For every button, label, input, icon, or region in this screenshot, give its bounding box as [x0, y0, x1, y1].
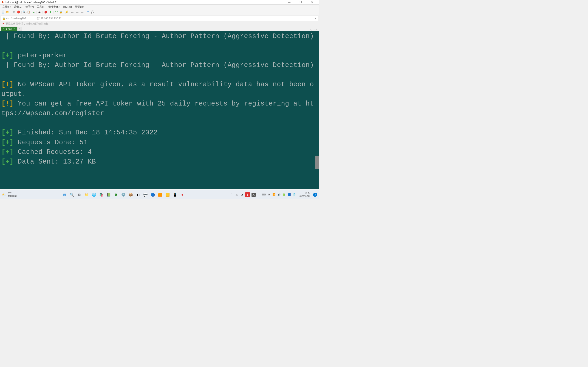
app1-icon[interactable]: 📗 [105, 192, 112, 198]
address-bar[interactable]: 🔒 ssh://xushang705:**********@192.168.23… [1, 16, 318, 21]
tray-extra1-icon[interactable]: 🟦 [287, 193, 291, 197]
tray-extra2-icon[interactable]: 👕 [292, 193, 296, 197]
taskview-icon[interactable]: ⧉ [76, 192, 82, 198]
copy-icon[interactable]: 📋 [27, 10, 31, 14]
menu-view[interactable]: 查看(V) [24, 5, 35, 9]
xshell-taskbar-icon[interactable]: ● [179, 192, 185, 198]
separator: | [36, 10, 37, 14]
tray-app-icon[interactable]: ◑ [240, 193, 244, 197]
tab-next-icon[interactable]: ▷ [313, 28, 315, 31]
minimize-button[interactable]: — [285, 1, 293, 4]
terminal-scrollbar[interactable] [315, 156, 319, 169]
ime-sogou-icon[interactable]: S [245, 192, 250, 197]
plus-marker: [+] [1, 148, 14, 156]
onedrive-icon[interactable]: ☁ [235, 193, 239, 197]
separator: | [85, 10, 86, 14]
menu-window[interactable]: 窗口(W) [61, 5, 73, 9]
vmware-icon[interactable]: 📦 [128, 192, 134, 198]
terminal-line: peter-parker [14, 52, 67, 59]
maximize-button[interactable]: ☐ [296, 1, 305, 4]
open-icon[interactable]: 📂 [6, 10, 10, 14]
search-taskbar-icon[interactable]: 🔍 [69, 192, 75, 198]
terminal-line: Data Sent: 13.27 KB [14, 158, 96, 166]
new-tab-button[interactable]: + [17, 27, 22, 31]
toolbar: 📄 📂 | ⟳ ⛔ | 🔍 📋 ● | A | ⬤ ⬍ | ⛶ 🔒 | 🔑 | … [0, 9, 319, 15]
separator: | [53, 10, 54, 14]
app2-icon[interactable]: 🟧 [157, 192, 163, 198]
session-tab-bar: ● 1 kali × + ◁ ▷ ▾ [0, 26, 319, 31]
hint-text: 要添加当前会话，点击左侧的箭头按钮。 [6, 22, 51, 25]
font-icon[interactable]: A [38, 10, 42, 14]
terminal-line: No WPScan API Token given, as a result v… [1, 81, 314, 98]
tab-prev-icon[interactable]: ◁ [310, 28, 312, 31]
lock-icon[interactable]: 🔒 [59, 10, 63, 14]
store-icon[interactable]: 🛍️ [98, 192, 104, 198]
color-icon[interactable]: ● [32, 10, 36, 14]
layout2-icon[interactable]: ▭ [75, 10, 79, 14]
menu-tools[interactable]: 工具(T) [36, 5, 47, 9]
chrome-icon[interactable]: 🔵 [149, 192, 156, 198]
layout3-icon[interactable]: ▭ [80, 10, 84, 14]
bookmark-flag-icon[interactable]: ⚑ [2, 23, 4, 25]
wechat-icon[interactable]: 💬 [142, 192, 149, 198]
feedback-icon[interactable]: 💬 [90, 10, 95, 14]
tab-close-icon[interactable]: × [14, 27, 15, 30]
new-session-icon[interactable]: 📄 [1, 10, 6, 14]
title-bar: kali - root@kali: /home/xushang705 - Xsh… [0, 0, 319, 5]
menu-bar: 文件(F) 编辑(E) 查看(V) 工具(T) 选项卡(B) 窗口(W) 帮助(… [0, 5, 319, 9]
weather-temp: 8°C [8, 192, 17, 195]
plus-marker: [+] [1, 139, 14, 146]
reconnect-icon[interactable]: ⟳ [12, 10, 16, 14]
warn-marker: [!] [1, 100, 14, 108]
close-button[interactable]: ✕ [308, 1, 316, 4]
search-icon[interactable]: 🔍 [23, 10, 27, 14]
start-icon[interactable]: ⊞ [61, 192, 68, 198]
separator: | [63, 10, 64, 14]
wifi-icon[interactable]: 📶 [272, 193, 276, 197]
ime-keyboard-icon[interactable]: ⌨ [262, 193, 266, 197]
taskbar-weather[interactable]: ⛅ 8°C 局部晴朗 [2, 192, 17, 197]
xbox-icon[interactable]: ✖ [113, 192, 119, 198]
menu-edit[interactable]: 编辑(E) [12, 5, 24, 9]
menu-help[interactable]: 帮助(H) [74, 5, 85, 9]
terminal-line: Finished: Sun Dec 18 14:54:35 2022 [14, 129, 158, 136]
tray-chevron-icon[interactable]: ⌃ [230, 193, 233, 197]
tab-list-icon[interactable]: ▾ [316, 28, 317, 31]
terminal-output[interactable]: | Found By: Author Id Brute Forcing - Au… [0, 31, 319, 189]
phone-icon[interactable]: 📱 [172, 192, 178, 198]
settings-icon[interactable]: ⚙️ [120, 192, 127, 198]
transfer-icon[interactable]: ⬍ [48, 10, 52, 14]
clock-date: 2022/12/18 [299, 195, 310, 197]
separator: | [42, 10, 43, 14]
steam-icon[interactable]: ◐ [135, 192, 141, 198]
terminal-line: You can get a free API token with 25 dai… [1, 100, 314, 117]
menu-tabs[interactable]: 选项卡(B) [47, 5, 61, 9]
plus-marker: [+] [1, 52, 14, 59]
edge-icon[interactable]: 🌐 [91, 192, 97, 198]
layout1-icon[interactable]: ▭ [71, 10, 75, 14]
disconnect-icon[interactable]: ⛔ [17, 10, 21, 14]
explorer-icon[interactable]: 📁 [83, 192, 90, 198]
fullscreen-icon[interactable]: ⛶ [54, 10, 58, 14]
address-dropdown-icon[interactable]: ▾ [315, 17, 317, 20]
xftp-icon[interactable]: ⬤ [44, 10, 48, 14]
taskbar-clock[interactable]: 14:54 2022/12/18 [299, 192, 310, 197]
hint-bar: ⚑ 要添加当前会话，点击左侧的箭头按钮。 [0, 22, 319, 26]
keys-icon[interactable]: 🔑 [65, 10, 69, 14]
separator: | [10, 10, 11, 14]
tab-status-icon: ● [3, 28, 4, 30]
notification-badge[interactable]: 2 [313, 193, 317, 197]
volume-icon[interactable]: 🔊 [277, 193, 281, 197]
tab-kali[interactable]: ● 1 kali × [1, 27, 17, 31]
weather-icon: ⛅ [2, 192, 6, 197]
ime-settings-icon[interactable]: ⚙ [267, 193, 271, 197]
plus-marker: [+] [1, 129, 14, 136]
app3-icon[interactable]: 🟨 [164, 192, 171, 198]
battery-icon[interactable]: 🔋 [282, 193, 286, 197]
ime-lang-badge[interactable]: 英 [251, 193, 256, 197]
help-icon[interactable]: ? [86, 10, 90, 14]
menu-file[interactable]: 文件(F) [1, 5, 12, 9]
separator: | [69, 10, 70, 14]
ime-punct-icon[interactable]: ， [257, 193, 261, 197]
warn-marker: [!] [1, 81, 14, 88]
